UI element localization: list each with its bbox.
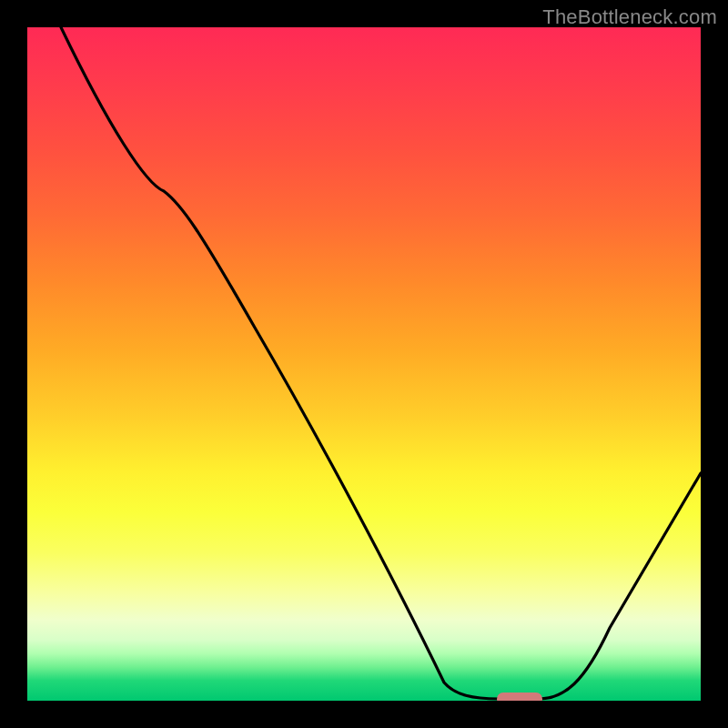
plot-area [27,27,701,701]
chart-container: TheBottleneck.com [0,0,728,728]
curve-svg [27,27,701,701]
bottleneck-curve [61,27,701,699]
watermark-text: TheBottleneck.com [542,5,717,29]
optimal-marker [497,693,542,701]
